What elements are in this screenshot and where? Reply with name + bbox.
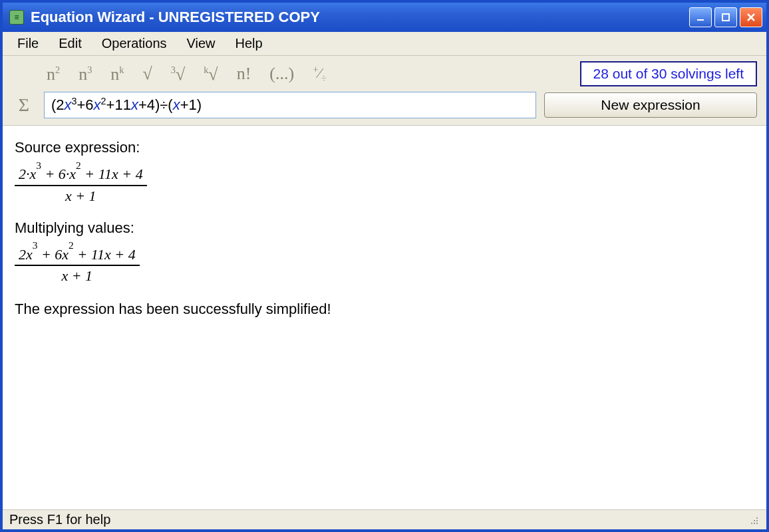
maximize-button[interactable] [714,7,737,27]
btn-n-cubed[interactable]: n3 [76,64,94,84]
expression-input[interactable]: (2x3+6x2+11x+4)÷(x+1) [44,92,536,118]
menu-edit[interactable]: Edit [49,33,90,54]
success-message: The expression has been successfully sim… [15,301,754,318]
step1-denominator: x + 1 [15,186,147,205]
menu-view[interactable]: View [178,33,225,54]
minimize-button[interactable] [689,7,712,27]
window-title: Equation Wizard - UNREGISTERED COPY [31,9,683,26]
btn-sqrt[interactable]: √ [140,64,154,84]
menu-bar: File Edit Operations View Help [3,32,766,56]
step1-fraction: 2·x3 + 6·x2 + 11x + 4 x + 1 [15,164,147,204]
toolbar-row-2: Σ (2x3+6x2+11x+4)÷(x+1) New expression [12,92,757,118]
status-bar: Press F1 for help [3,509,766,529]
new-expression-button[interactable]: New expression [544,92,757,118]
step1-label: Source expression: [15,139,754,156]
close-button[interactable] [740,7,762,27]
step2-numerator: 2x3 + 6x2 + 11x + 4 [15,245,140,266]
sigma-icon[interactable]: Σ [12,94,36,116]
status-text: Press F1 for help [9,512,110,527]
minimize-icon [695,12,706,23]
btn-n-squared[interactable]: n2 [44,64,63,84]
step2-fraction: 2x3 + 6x2 + 11x + 4 x + 1 [15,245,140,285]
step1-numerator: 2·x3 + 6·x2 + 11x + 4 [15,164,147,186]
btn-factorial[interactable]: n! [234,64,254,84]
btn-kth-root[interactable]: k√ [201,64,220,84]
btn-plus-over-minus[interactable]: +∕÷ [310,63,329,84]
title-bar: ≡ Equation Wizard - UNREGISTERED COPY [3,3,766,32]
menu-file[interactable]: File [8,33,48,54]
window-controls [689,7,762,27]
close-icon [746,12,756,23]
maximize-icon [720,12,731,23]
toolbar-area: n2 n3 nk √ 3√ k√ n! (...) +∕÷ 28 out of … [3,56,766,126]
step2-denominator: x + 1 [15,266,140,285]
app-icon: ≡ [9,10,24,25]
solvings-left-indicator: 28 out of 30 solvings left [580,61,757,86]
btn-cuberoot[interactable]: 3√ [168,64,188,84]
math-symbol-buttons: n2 n3 nk √ 3√ k√ n! (...) +∕÷ [12,63,572,84]
svg-rect-1 [722,14,729,21]
result-area: Source expression: 2·x3 + 6·x2 + 11x + 4… [3,126,766,509]
btn-parens[interactable]: (...) [267,64,297,84]
step2-label: Multiplying values: [15,219,754,237]
svg-rect-0 [697,19,704,21]
menu-help[interactable]: Help [226,33,272,54]
app-window: ≡ Equation Wizard - UNREGISTERED COPY Fi… [0,0,769,532]
toolbar-row-1: n2 n3 nk √ 3√ k√ n! (...) +∕÷ 28 out of … [12,61,757,86]
menu-operations[interactable]: Operations [92,33,176,54]
resize-grip-icon[interactable] [748,514,760,526]
btn-n-power-k[interactable]: nk [108,64,126,84]
